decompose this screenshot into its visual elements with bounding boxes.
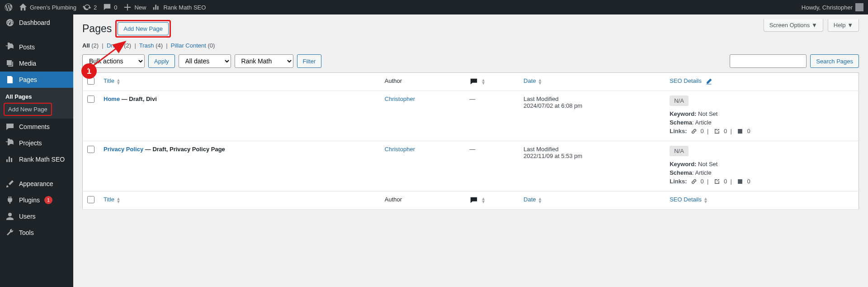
view-all[interactable]: All — [82, 42, 90, 49]
col-title[interactable]: Title▲▼ — [99, 73, 380, 91]
comment-icon — [470, 196, 478, 204]
row-checkbox[interactable] — [87, 96, 94, 103]
row-title-link[interactable]: Privacy Policy — [104, 146, 143, 153]
gauge-icon — [5, 18, 14, 27]
col-title-foot[interactable]: Title▲▼ — [99, 191, 380, 210]
add-new-page-button[interactable]: Add New Page — [118, 22, 169, 35]
view-trash[interactable]: Trash — [139, 42, 154, 49]
menu-pages[interactable]: Pages — [0, 72, 73, 88]
home-icon — [19, 3, 27, 11]
pin-icon — [5, 43, 14, 52]
screen-options-button[interactable]: Screen Options ▼ — [764, 19, 823, 32]
main-content: Screen Options ▼ Help ▼ Pages Add New Pa… — [73, 14, 868, 287]
menu-media[interactable]: Media — [0, 55, 73, 72]
plug-icon — [5, 196, 14, 205]
menu-rankmath[interactable]: Rank Math SEO — [0, 151, 73, 167]
search-input[interactable] — [730, 54, 807, 68]
submenu-pages: All Pages Add New Page — [0, 88, 73, 119]
filter-button[interactable]: Filter — [297, 54, 322, 68]
table-row: Home — Draft, Divi Christopher — Last Mo… — [83, 91, 859, 141]
row-suffix: — Draft, Divi — [120, 96, 157, 102]
row-comments: — — [465, 91, 519, 141]
pencil-icon[interactable] — [705, 78, 712, 85]
new-label: New — [134, 4, 146, 11]
menu-tools[interactable]: Tools — [0, 225, 73, 241]
row-date: Last Modified2024/07/02 at 6:08 pm — [519, 91, 665, 141]
row-checkbox[interactable] — [87, 146, 94, 153]
wordpress-icon — [5, 3, 13, 11]
updates-link[interactable]: 2 — [83, 3, 97, 11]
menu-posts[interactable]: Posts — [0, 39, 73, 55]
col-comments-foot[interactable]: ▲▼ — [465, 191, 519, 210]
external-icon — [714, 178, 720, 185]
menu-plugins[interactable]: Plugins 1 — [0, 192, 73, 208]
brush-icon — [5, 179, 14, 188]
comment-icon — [470, 77, 478, 86]
howdy-text: Howdy, Christopher — [802, 4, 853, 11]
view-pillar[interactable]: Pillar Content — [171, 42, 206, 49]
submenu-add-new-page[interactable]: Add New Page — [5, 105, 50, 114]
search-pages-button[interactable]: Search Pages — [810, 54, 859, 68]
rankmath-select[interactable]: Rank Math — [235, 54, 293, 68]
col-author-foot: Author — [380, 191, 465, 210]
chart-icon — [5, 155, 14, 164]
row-seo: N/A Keyword: Not Set Schema: Article Lin… — [665, 141, 859, 191]
wp-logo[interactable] — [5, 3, 13, 11]
row-date: Last Modified2022/11/09 at 5:53 pm — [519, 141, 665, 191]
howdy-link[interactable]: Howdy, Christopher — [802, 3, 863, 11]
admin-menu: Dashboard Posts Media Pages All Pages Ad… — [0, 14, 73, 287]
site-link[interactable]: Green's Plumbing — [19, 3, 76, 11]
plugins-badge: 1 — [44, 196, 52, 204]
row-suffix: — Draft, Privacy Policy Page — [143, 146, 225, 153]
col-date-foot[interactable]: Date▲▼ — [519, 191, 665, 210]
row-title-link[interactable]: Home — [104, 96, 120, 102]
pages-table: Title▲▼ Author ▲▼ Date▲▼ SEO Details Hom… — [82, 72, 859, 210]
dates-select[interactable]: All dates — [179, 54, 231, 68]
rankmath-label: Rank Math SEO — [163, 4, 206, 11]
avatar-icon — [855, 3, 863, 11]
help-button[interactable]: Help ▼ — [828, 19, 859, 32]
table-row: Privacy Policy — Draft, Privacy Policy P… — [83, 141, 859, 191]
menu-dashboard[interactable]: Dashboard — [0, 14, 73, 31]
rankmath-link[interactable]: Rank Math SEO — [152, 3, 206, 11]
menu-comments[interactable]: Comments — [0, 119, 73, 135]
comments-count: 0 — [114, 4, 117, 11]
col-author: Author — [380, 73, 465, 91]
col-date[interactable]: Date▲▼ — [519, 73, 665, 91]
seo-badge: N/A — [670, 146, 689, 156]
row-author-link[interactable]: Christopher — [385, 146, 415, 153]
seo-badge: N/A — [670, 96, 689, 106]
menu-users[interactable]: Users — [0, 208, 73, 225]
new-link[interactable]: New — [123, 3, 146, 11]
select-all-checkbox-foot[interactable] — [87, 196, 94, 203]
menu-appearance[interactable]: Appearance — [0, 176, 73, 192]
col-seo[interactable]: SEO Details — [665, 73, 859, 91]
row-author-link[interactable]: Christopher — [385, 96, 415, 102]
page-title: Pages — [82, 23, 112, 35]
view-drafts[interactable]: Drafts — [107, 42, 123, 49]
menu-projects[interactable]: Projects — [0, 135, 73, 151]
row-seo: N/A Keyword: Not Set Schema: Article Lin… — [665, 91, 859, 141]
admin-bar: Green's Plumbing 2 0 New Rank Math SEO H… — [0, 0, 868, 14]
comments-link[interactable]: 0 — [103, 3, 117, 11]
link-icon — [691, 128, 697, 134]
plus-icon — [123, 3, 132, 11]
chart-icon — [152, 3, 160, 11]
external-icon — [714, 128, 720, 134]
pin-icon — [5, 139, 14, 148]
wrench-icon — [5, 228, 14, 237]
submenu-all-pages[interactable]: All Pages — [0, 91, 73, 103]
comment-icon — [5, 122, 14, 131]
incoming-icon — [737, 128, 743, 134]
row-comments: — — [465, 141, 519, 191]
media-icon — [5, 59, 14, 68]
col-comments[interactable]: ▲▼ — [465, 73, 519, 91]
comment-icon — [103, 3, 111, 11]
annotation-circle: 1 — [81, 63, 97, 79]
updates-count: 2 — [94, 4, 97, 11]
page-icon — [5, 75, 14, 84]
apply-button[interactable]: Apply — [148, 54, 175, 68]
col-seo-foot[interactable]: SEO Details▲▼ — [665, 191, 859, 210]
link-icon — [691, 178, 697, 185]
incoming-icon — [737, 178, 743, 185]
